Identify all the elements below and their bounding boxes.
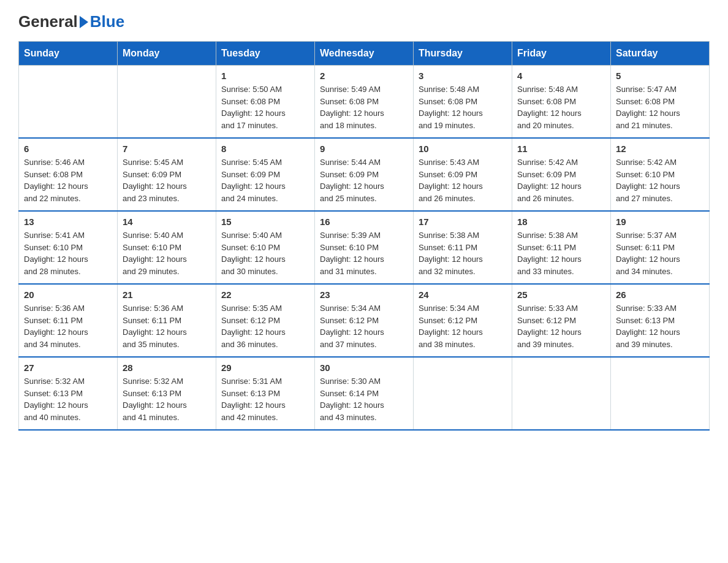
day-number: 7 xyxy=(123,144,211,154)
day-number: 1 xyxy=(221,71,309,81)
day-info: Sunrise: 5:49 AM Sunset: 6:08 PM Dayligh… xyxy=(320,83,408,131)
calendar-cell: 18Sunrise: 5:38 AM Sunset: 6:11 PM Dayli… xyxy=(512,211,611,284)
calendar-cell: 12Sunrise: 5:42 AM Sunset: 6:10 PM Dayli… xyxy=(611,138,710,211)
col-header-tuesday: Tuesday xyxy=(216,42,315,66)
calendar-table: SundayMondayTuesdayWednesdayThursdayFrid… xyxy=(18,41,710,431)
day-info: Sunrise: 5:31 AM Sunset: 6:13 PM Dayligh… xyxy=(221,375,309,423)
calendar-cell xyxy=(414,357,512,430)
day-number: 13 xyxy=(24,216,112,227)
day-number: 30 xyxy=(320,362,408,373)
day-info: Sunrise: 5:36 AM Sunset: 6:11 PM Dayligh… xyxy=(123,302,211,350)
day-info: Sunrise: 5:48 AM Sunset: 6:08 PM Dayligh… xyxy=(517,83,605,131)
day-info: Sunrise: 5:45 AM Sunset: 6:09 PM Dayligh… xyxy=(221,156,309,204)
logo-triangle-icon xyxy=(80,16,88,28)
calendar-week-5: 27Sunrise: 5:32 AM Sunset: 6:13 PM Dayli… xyxy=(19,357,710,430)
day-number: 12 xyxy=(616,144,704,154)
day-info: Sunrise: 5:45 AM Sunset: 6:09 PM Dayligh… xyxy=(123,156,211,204)
day-number: 9 xyxy=(320,144,408,154)
day-info: Sunrise: 5:37 AM Sunset: 6:11 PM Dayligh… xyxy=(616,229,704,277)
calendar-cell: 16Sunrise: 5:39 AM Sunset: 6:10 PM Dayli… xyxy=(315,211,414,284)
day-number: 19 xyxy=(616,216,704,227)
calendar-cell: 6Sunrise: 5:46 AM Sunset: 6:08 PM Daylig… xyxy=(19,138,118,211)
day-number: 24 xyxy=(419,289,507,300)
day-number: 28 xyxy=(123,362,211,373)
day-number: 29 xyxy=(221,362,309,373)
calendar-cell xyxy=(512,357,611,430)
calendar-cell: 9Sunrise: 5:44 AM Sunset: 6:09 PM Daylig… xyxy=(315,138,414,211)
col-header-friday: Friday xyxy=(512,42,611,66)
day-number: 15 xyxy=(221,216,309,227)
day-number: 21 xyxy=(123,289,211,300)
calendar-cell: 28Sunrise: 5:32 AM Sunset: 6:13 PM Dayli… xyxy=(118,357,216,430)
day-number: 16 xyxy=(320,216,408,227)
day-info: Sunrise: 5:38 AM Sunset: 6:11 PM Dayligh… xyxy=(419,229,507,277)
calendar-cell: 26Sunrise: 5:33 AM Sunset: 6:13 PM Dayli… xyxy=(611,284,710,357)
day-info: Sunrise: 5:32 AM Sunset: 6:13 PM Dayligh… xyxy=(24,375,112,423)
col-header-wednesday: Wednesday xyxy=(315,42,414,66)
day-info: Sunrise: 5:41 AM Sunset: 6:10 PM Dayligh… xyxy=(24,229,112,277)
calendar-cell: 2Sunrise: 5:49 AM Sunset: 6:08 PM Daylig… xyxy=(315,66,414,139)
day-number: 17 xyxy=(419,216,507,227)
day-info: Sunrise: 5:35 AM Sunset: 6:12 PM Dayligh… xyxy=(221,302,309,350)
day-info: Sunrise: 5:46 AM Sunset: 6:08 PM Dayligh… xyxy=(24,156,112,204)
calendar-cell xyxy=(611,357,710,430)
calendar-cell xyxy=(19,66,118,139)
calendar-cell: 8Sunrise: 5:45 AM Sunset: 6:09 PM Daylig… xyxy=(216,138,315,211)
calendar-cell: 5Sunrise: 5:47 AM Sunset: 6:08 PM Daylig… xyxy=(611,66,710,139)
day-number: 6 xyxy=(24,144,112,154)
day-info: Sunrise: 5:47 AM Sunset: 6:08 PM Dayligh… xyxy=(616,83,704,131)
calendar-cell xyxy=(118,66,216,139)
logo-text: General Blue xyxy=(18,12,124,31)
day-info: Sunrise: 5:34 AM Sunset: 6:12 PM Dayligh… xyxy=(320,302,408,350)
day-number: 3 xyxy=(419,71,507,81)
day-info: Sunrise: 5:30 AM Sunset: 6:14 PM Dayligh… xyxy=(320,375,408,423)
calendar-cell: 20Sunrise: 5:36 AM Sunset: 6:11 PM Dayli… xyxy=(19,284,118,357)
calendar-cell: 27Sunrise: 5:32 AM Sunset: 6:13 PM Dayli… xyxy=(19,357,118,430)
day-info: Sunrise: 5:44 AM Sunset: 6:09 PM Dayligh… xyxy=(320,156,408,204)
calendar-body: 1Sunrise: 5:50 AM Sunset: 6:08 PM Daylig… xyxy=(19,66,710,431)
calendar-week-4: 20Sunrise: 5:36 AM Sunset: 6:11 PM Dayli… xyxy=(19,284,710,357)
day-info: Sunrise: 5:34 AM Sunset: 6:12 PM Dayligh… xyxy=(419,302,507,350)
calendar-cell: 13Sunrise: 5:41 AM Sunset: 6:10 PM Dayli… xyxy=(19,211,118,284)
calendar-cell: 29Sunrise: 5:31 AM Sunset: 6:13 PM Dayli… xyxy=(216,357,315,430)
day-number: 10 xyxy=(419,144,507,154)
day-number: 20 xyxy=(24,289,112,300)
logo-general: General xyxy=(18,12,78,31)
day-info: Sunrise: 5:48 AM Sunset: 6:08 PM Dayligh… xyxy=(419,83,507,131)
day-info: Sunrise: 5:40 AM Sunset: 6:10 PM Dayligh… xyxy=(123,229,211,277)
calendar-cell: 22Sunrise: 5:35 AM Sunset: 6:12 PM Dayli… xyxy=(216,284,315,357)
page-header: General Blue xyxy=(18,12,710,29)
day-info: Sunrise: 5:39 AM Sunset: 6:10 PM Dayligh… xyxy=(320,229,408,277)
day-info: Sunrise: 5:50 AM Sunset: 6:08 PM Dayligh… xyxy=(221,83,309,131)
calendar-week-3: 13Sunrise: 5:41 AM Sunset: 6:10 PM Dayli… xyxy=(19,211,710,284)
calendar-cell: 19Sunrise: 5:37 AM Sunset: 6:11 PM Dayli… xyxy=(611,211,710,284)
day-info: Sunrise: 5:42 AM Sunset: 6:10 PM Dayligh… xyxy=(616,156,704,204)
day-info: Sunrise: 5:33 AM Sunset: 6:13 PM Dayligh… xyxy=(616,302,704,350)
calendar-cell: 7Sunrise: 5:45 AM Sunset: 6:09 PM Daylig… xyxy=(118,138,216,211)
col-header-monday: Monday xyxy=(118,42,216,66)
calendar-cell: 14Sunrise: 5:40 AM Sunset: 6:10 PM Dayli… xyxy=(118,211,216,284)
day-number: 5 xyxy=(616,71,704,81)
col-header-thursday: Thursday xyxy=(414,42,512,66)
calendar-cell: 10Sunrise: 5:43 AM Sunset: 6:09 PM Dayli… xyxy=(414,138,512,211)
day-number: 11 xyxy=(517,144,605,154)
calendar-cell: 21Sunrise: 5:36 AM Sunset: 6:11 PM Dayli… xyxy=(118,284,216,357)
calendar-cell: 11Sunrise: 5:42 AM Sunset: 6:09 PM Dayli… xyxy=(512,138,611,211)
calendar-week-1: 1Sunrise: 5:50 AM Sunset: 6:08 PM Daylig… xyxy=(19,66,710,139)
day-number: 14 xyxy=(123,216,211,227)
calendar-week-2: 6Sunrise: 5:46 AM Sunset: 6:08 PM Daylig… xyxy=(19,138,710,211)
day-number: 22 xyxy=(221,289,309,300)
logo-blue: Blue xyxy=(90,12,124,31)
logo: General Blue xyxy=(18,12,124,29)
day-info: Sunrise: 5:40 AM Sunset: 6:10 PM Dayligh… xyxy=(221,229,309,277)
day-number: 27 xyxy=(24,362,112,373)
day-info: Sunrise: 5:32 AM Sunset: 6:13 PM Dayligh… xyxy=(123,375,211,423)
calendar-header-row: SundayMondayTuesdayWednesdayThursdayFrid… xyxy=(19,42,710,66)
calendar-cell: 17Sunrise: 5:38 AM Sunset: 6:11 PM Dayli… xyxy=(414,211,512,284)
day-info: Sunrise: 5:36 AM Sunset: 6:11 PM Dayligh… xyxy=(24,302,112,350)
col-header-saturday: Saturday xyxy=(611,42,710,66)
calendar-cell: 3Sunrise: 5:48 AM Sunset: 6:08 PM Daylig… xyxy=(414,66,512,139)
col-header-sunday: Sunday xyxy=(19,42,118,66)
day-info: Sunrise: 5:43 AM Sunset: 6:09 PM Dayligh… xyxy=(419,156,507,204)
calendar-cell: 23Sunrise: 5:34 AM Sunset: 6:12 PM Dayli… xyxy=(315,284,414,357)
